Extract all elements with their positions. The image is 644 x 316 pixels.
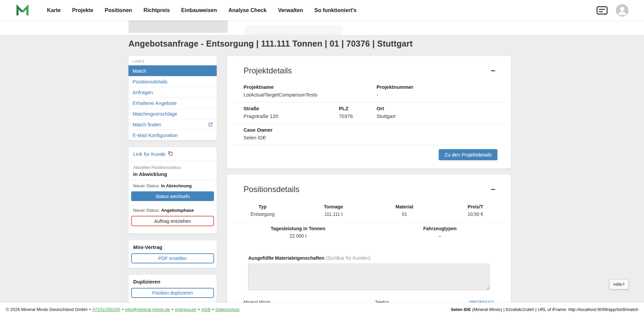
- collapse-positionsdetails-icon[interactable]: −: [489, 185, 497, 194]
- collapse-projektdetails-icon[interactable]: −: [489, 66, 497, 75]
- project-row-2: Straße Pragstraße 120 PLZ 70376 Ort Stut…: [227, 102, 511, 123]
- fahrzeugtypen-label: Fahrzeugtypen: [369, 226, 511, 231]
- user-avatar[interactable]: [616, 4, 629, 17]
- mini-vertrag-title: Mini-Vertrag: [133, 244, 212, 250]
- nav-karte[interactable]: Karte: [47, 7, 61, 13]
- strasse-field: Straße Pragstraße 120: [244, 106, 339, 119]
- card-reader-icon[interactable]: [596, 6, 608, 15]
- sidebar-item-match-finden[interactable]: Match finden: [128, 119, 217, 130]
- typ-value: Entsorgung: [227, 211, 298, 217]
- projektnummer-label: Projektnummer: [376, 84, 494, 90]
- strasse-value: Pragstraße 120: [244, 113, 339, 119]
- materialeigenschaften-label-text: Ausgefüllte Materialeigenschaften: [248, 255, 324, 261]
- nav-verwalten[interactable]: Verwalten: [278, 7, 303, 13]
- ort-label: Ort: [376, 106, 494, 111]
- footer-agb-link[interactable]: AGB: [201, 307, 210, 312]
- scrolled-panel-remnant: [245, 25, 342, 35]
- preis-value: 10,50 €: [440, 211, 511, 217]
- fahrzeugtypen-value: –: [369, 233, 511, 239]
- projektname-value: LotActualTargetComparisonTests: [244, 92, 339, 98]
- separator: •: [89, 307, 91, 312]
- sidebar-item-anfragen[interactable]: Anfragen: [128, 87, 217, 98]
- sidebar-item-matchingvorschlaege[interactable]: Matchingvorschläge: [128, 108, 217, 119]
- footer-impressum-link[interactable]: Impressum: [175, 307, 196, 312]
- case-owner-value: Selen IDE: [244, 135, 339, 140]
- position-duplizieren-button[interactable]: Position duplizieren: [131, 288, 214, 298]
- position-row-2: Tagesleistung in Tonnen 22.000 t Fahrzeu…: [227, 223, 511, 244]
- copyright-text: © 2026 Mineral Minds Deutschland GmbH: [6, 307, 88, 312]
- materialeigenschaften-label: Ausgefüllte Materialeigenschaften (Sicht…: [248, 255, 490, 261]
- ort-field: Ort Stuttgart: [376, 106, 494, 119]
- hilfe-button[interactable]: Hilfe?: [609, 279, 629, 289]
- materialeigenschaften-block: Ausgefüllte Materialeigenschaften (Sicht…: [248, 255, 490, 292]
- tagesleistung-value: 22.000 t: [227, 233, 369, 239]
- plz-field: PLZ 70376: [339, 106, 376, 119]
- main-nav: Karte Projekte Positionen Richtpreis Ein…: [47, 7, 357, 13]
- copy-icon: [168, 151, 173, 157]
- link-fuer-kunde[interactable]: Link für Kunde: [128, 147, 217, 161]
- preis-field: Preis/T 10,50 €: [440, 204, 511, 217]
- projektnummer-value: -: [376, 92, 494, 98]
- nav-richtpreis[interactable]: Richtpreis: [144, 7, 170, 13]
- nav-so-funktionierts[interactable]: So funktioniert's: [314, 7, 357, 13]
- fahrzeugtypen-field: Fahrzeugtypen –: [369, 226, 511, 239]
- subheader-strip: [0, 20, 644, 35]
- plz-value: 70376: [339, 113, 376, 119]
- footer-datenschutz-link[interactable]: Datenschutz: [215, 307, 239, 312]
- ort-value: Stuttgart: [376, 113, 494, 119]
- contact-phones: Telefon 0987/654321 Handy 0123/456789: [375, 300, 494, 303]
- current-status-label: Aktueller Positionsstatus:: [133, 165, 212, 170]
- status-wechseln-button[interactable]: Status wechseln: [131, 191, 214, 201]
- sidebar-item-positionsdetails[interactable]: Positionsdetails: [128, 76, 217, 87]
- telefon-label: Telefon: [375, 300, 389, 303]
- main-content: Angebotsanfrage - Entsorgung | 111.111 T…: [0, 35, 644, 303]
- tonnage-label: Tonnage: [298, 204, 369, 209]
- footer-links: © 2026 Mineral Minds Deutschland GmbH • …: [6, 307, 240, 312]
- session-info: Selen IDE (Mineral Minds) | 62cebdc2cde0…: [451, 307, 638, 312]
- next-status-line-2: Neuer Status: Angebotsphase: [128, 205, 217, 215]
- contact-address: Mineral Minds Pragstraße 70376 Stuttgart: [244, 300, 375, 303]
- material-value: 01: [369, 211, 440, 217]
- material-field: Material 01: [369, 204, 440, 217]
- sidebar-item-match[interactable]: Match: [128, 65, 217, 76]
- page-title: Angebotsanfrage - Entsorgung | 111.111 T…: [128, 39, 644, 49]
- mineral-minds-logo[interactable]: [15, 3, 30, 17]
- projektname-field: Projektname LotActualTargetComparisonTes…: [244, 84, 339, 98]
- nav-analyse-check[interactable]: Analyse Check: [228, 7, 267, 13]
- nav-einbauweisen[interactable]: Einbauweisen: [181, 7, 217, 13]
- positionsdetails-card: Positionsdetails − Typ Entsorgung Tonnag…: [227, 175, 511, 303]
- app-header: Karte Projekte Positionen Richtpreis Ein…: [0, 0, 644, 20]
- sidebar-links-card: LINKS Match Positionsdetails Anfragen Er…: [128, 56, 217, 140]
- links-heading: LINKS: [128, 56, 217, 65]
- telefon-row: Telefon 0987/654321: [375, 300, 494, 303]
- materialeigenschaften-hint: (Sichtbar für Kunden): [326, 255, 370, 261]
- next-status-prefix: Neuer Status:: [133, 208, 160, 213]
- sidebar-item-email-konfiguration[interactable]: E-Mail Konfiguration: [128, 130, 217, 140]
- scrolled-block-remnant: [128, 20, 228, 33]
- status-card: Link für Kunde Aktueller Positionsstatus…: [128, 147, 217, 234]
- session-details: (Mineral Minds) | 62cebdc2cde0 | URL of …: [471, 307, 638, 312]
- duplizieren-card: Duplizieren Position duplizieren: [128, 275, 217, 303]
- nav-projekte[interactable]: Projekte: [72, 7, 93, 13]
- current-status-value: In Abwicklung: [133, 171, 212, 177]
- typ-field: Typ Entsorgung: [227, 204, 298, 217]
- separator: •: [212, 307, 214, 312]
- duplizieren-title: Duplizieren: [133, 279, 212, 285]
- pdf-erstellen-button[interactable]: PDF erstellen: [131, 253, 214, 263]
- separator: •: [122, 307, 123, 312]
- material-label: Material: [369, 204, 440, 209]
- link-fuer-kunde-label: Link für Kunde: [133, 151, 166, 157]
- tagesleistung-label: Tagesleistung in Tonnen: [227, 226, 369, 231]
- footer-email-link[interactable]: info@mineral-minds.de: [125, 307, 170, 312]
- auftrag-entziehen-button[interactable]: Auftrag entziehen: [131, 216, 214, 226]
- sidebar-item-erhaltene-angebote[interactable]: Erhaltene Angebote: [128, 98, 217, 108]
- separator: •: [172, 307, 173, 312]
- tonnage-value: 111.111 t: [298, 211, 369, 217]
- nav-positionen[interactable]: Positionen: [105, 7, 132, 13]
- footer-phone-link[interactable]: 07151/250100: [92, 307, 120, 312]
- materialeigenschaften-textarea[interactable]: [248, 264, 490, 290]
- telefon-link[interactable]: 0987/654321: [469, 300, 494, 303]
- external-link-icon: [208, 122, 213, 127]
- zu-den-projektdetails-button[interactable]: Zu den Projektdetails: [439, 149, 497, 160]
- sidebar: LINKS Match Positionsdetails Anfragen Er…: [128, 56, 217, 303]
